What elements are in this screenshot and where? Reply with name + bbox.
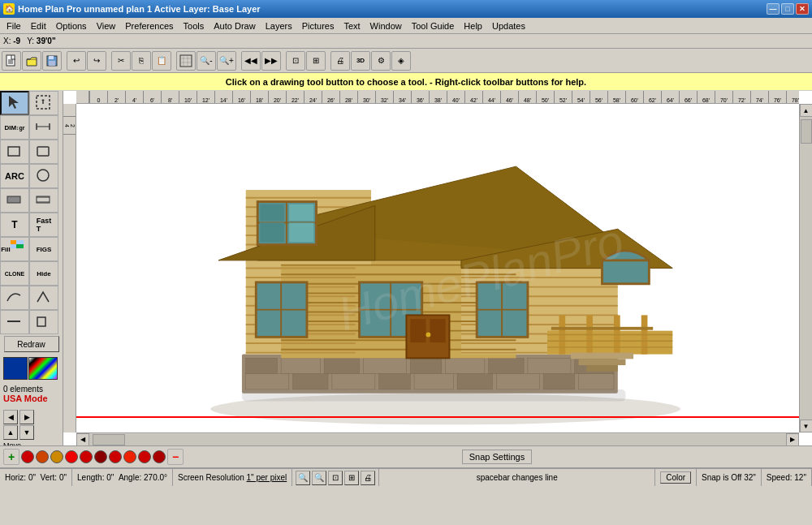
- cut-button[interactable]: ✂: [111, 51, 131, 71]
- svg-rect-45: [496, 374, 539, 389]
- tool-arc[interactable]: ARC: [0, 164, 29, 188]
- zoom-fit-button[interactable]: ⊡: [286, 51, 305, 71]
- dot-btn-2[interactable]: [36, 450, 49, 463]
- zoom-window-button[interactable]: ⊞: [306, 51, 326, 71]
- tool-select-arrow[interactable]: [0, 91, 29, 115]
- redo-button[interactable]: ↪: [87, 51, 106, 71]
- zoom-select-btn[interactable]: ⊞: [344, 471, 359, 485]
- undo-button[interactable]: ↩: [67, 51, 86, 71]
- tool-angle[interactable]: [29, 286, 58, 310]
- menu-file[interactable]: File: [2, 19, 26, 32]
- tool-select-box[interactable]: [29, 91, 58, 115]
- tool-fill[interactable]: Fill: [0, 237, 29, 261]
- color-swatch-primary[interactable]: [3, 357, 28, 380]
- tb-extra1[interactable]: ⚙: [371, 51, 391, 71]
- scroll-up-arrow[interactable]: ▲: [800, 104, 813, 117]
- zoom-out-btn[interactable]: 🔍: [296, 471, 310, 485]
- tool-bracket[interactable]: [29, 310, 58, 334]
- color-palette-grid[interactable]: [28, 357, 58, 380]
- menu-text[interactable]: Text: [339, 19, 365, 32]
- tool-hide[interactable]: Hide: [29, 261, 58, 286]
- dot-btn-8[interactable]: [123, 450, 136, 463]
- tool-hline[interactable]: [0, 310, 29, 334]
- scroll-down-arrow[interactable]: ▼: [800, 420, 813, 432]
- tb-extra2[interactable]: ◈: [391, 51, 411, 71]
- zoom-in-button[interactable]: 🔍+: [217, 51, 236, 71]
- 3d-button[interactable]: 3D: [351, 51, 370, 71]
- new-button[interactable]: [2, 51, 21, 71]
- tool-dim[interactable]: DIM↕gr: [0, 115, 29, 140]
- tool-dim2[interactable]: [29, 115, 58, 140]
- dot-btn-3[interactable]: [50, 450, 63, 463]
- drawing-surface[interactable]: HomePlanPro: [76, 104, 799, 432]
- tool-clone[interactable]: CLONE: [0, 261, 29, 286]
- save-button[interactable]: [42, 51, 62, 71]
- maximize-button[interactable]: □: [781, 3, 794, 15]
- color-btn-section[interactable]: Color: [655, 469, 697, 486]
- scroll-thumb-v[interactable]: [801, 119, 812, 144]
- zoom-fit-btn[interactable]: ⊡: [328, 471, 343, 485]
- move-up-btn[interactable]: ▲: [3, 425, 18, 440]
- menu-edit[interactable]: Edit: [26, 19, 51, 32]
- move-down-btn[interactable]: ▼: [19, 425, 34, 440]
- move-left-btn[interactable]: ◀: [3, 410, 18, 424]
- menu-pictures[interactable]: Pictures: [297, 19, 339, 32]
- dot-btn-9[interactable]: [138, 450, 151, 463]
- tool-rect[interactable]: [0, 140, 29, 164]
- remove-button[interactable]: −: [167, 449, 184, 465]
- menu-view[interactable]: View: [92, 19, 121, 32]
- grid-button[interactable]: [176, 51, 196, 71]
- dot-btn-1[interactable]: [21, 450, 34, 463]
- tool-circle[interactable]: [29, 164, 58, 188]
- scroll-track-v[interactable]: [800, 117, 813, 420]
- zoom-controls[interactable]: 🔍 🔍 ⊡ ⊞ 🖨: [292, 469, 379, 486]
- move-right-btn[interactable]: ▶: [19, 410, 34, 424]
- scroll-right-arrow[interactable]: ▶: [786, 433, 799, 446]
- menu-toolguide[interactable]: Tool Guide: [407, 19, 460, 32]
- add-button[interactable]: +: [3, 449, 19, 465]
- menu-help[interactable]: Help: [459, 19, 487, 32]
- copy-button[interactable]: ⎘: [132, 51, 151, 71]
- zoom-print-btn[interactable]: 🖨: [361, 471, 375, 485]
- canvas-area[interactable]: 0 2' 4' 6' 8' 10' 12' 14' 16' 18' 20' 22…: [63, 91, 812, 445]
- tool-text[interactable]: T: [0, 213, 29, 237]
- menu-autodraw[interactable]: Auto Draw: [209, 19, 260, 32]
- color-button[interactable]: Color: [660, 471, 691, 484]
- menu-window[interactable]: Window: [365, 19, 407, 32]
- pan-left-button[interactable]: ◀◀: [241, 51, 261, 71]
- svg-rect-19: [7, 196, 20, 203]
- menu-updates[interactable]: Updates: [487, 19, 530, 32]
- svg-rect-46: [543, 374, 575, 389]
- tool-wall[interactable]: [0, 188, 29, 213]
- scroll-track-h[interactable]: [89, 434, 786, 445]
- dot-btn-4[interactable]: [65, 450, 78, 463]
- ruler-left: 2 4 6 8 10 12 14 16 18 20 22 24 26 28 30…: [63, 104, 76, 432]
- tool-text-fast[interactable]: FastT: [29, 213, 58, 237]
- svg-rect-35: [446, 358, 485, 373]
- close-button[interactable]: ✕: [796, 3, 809, 15]
- snap-settings-button[interactable]: Snap Settings: [462, 450, 533, 464]
- menu-options[interactable]: Options: [51, 19, 92, 32]
- open-button[interactable]: [22, 51, 41, 71]
- menu-layers[interactable]: Layers: [261, 19, 297, 32]
- scrollbar-right[interactable]: ▲ ▼: [799, 104, 812, 432]
- dot-btn-7[interactable]: [109, 450, 122, 463]
- menu-tools[interactable]: Tools: [179, 19, 209, 32]
- tool-line[interactable]: [29, 140, 58, 164]
- pan-right-button[interactable]: ▶▶: [261, 51, 281, 71]
- tool-curve[interactable]: [0, 286, 29, 310]
- zoom-in-btn[interactable]: 🔍: [312, 471, 326, 485]
- dot-btn-5[interactable]: [80, 450, 93, 463]
- tool-figs[interactable]: FIGS: [29, 237, 58, 261]
- redraw-button[interactable]: Redraw: [4, 336, 59, 352]
- paste-button[interactable]: 📋: [152, 51, 171, 71]
- dot-btn-6[interactable]: [94, 450, 107, 463]
- scrollbar-bottom[interactable]: ◀ ▶: [76, 432, 799, 445]
- scroll-left-arrow[interactable]: ◀: [76, 433, 89, 446]
- zoom-out-button[interactable]: 🔍-: [197, 51, 216, 71]
- dot-btn-10[interactable]: [153, 450, 166, 463]
- menu-preferences[interactable]: Preferences: [120, 19, 178, 32]
- tool-door[interactable]: [29, 188, 58, 213]
- print-button[interactable]: 🖨: [330, 51, 350, 71]
- minimize-button[interactable]: —: [767, 3, 780, 15]
